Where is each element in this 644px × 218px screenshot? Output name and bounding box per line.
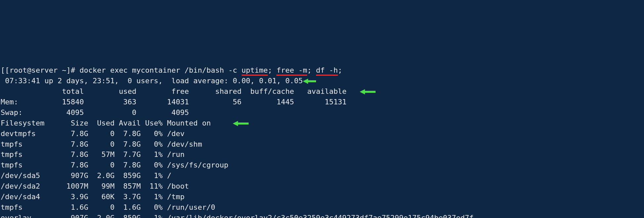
df-row: tmpfs 7.8G 0 7.8G 0% /dev/shm — [1, 140, 202, 148]
arrow-left-icon — [233, 120, 249, 127]
cmd-tail: ; — [338, 66, 342, 74]
cmd-sep: ; — [268, 66, 277, 74]
terminal-output: [[root@server ~]# docker exec mycontaine… — [0, 53, 644, 218]
arrow-left-icon — [303, 78, 316, 85]
cmd-free: free -m — [276, 66, 307, 76]
df-row: tmpfs 7.8G 57M 7.7G 1% /run — [1, 150, 184, 159]
arrow-left-icon — [360, 89, 376, 95]
shell-prompt[interactable]: [[root@server ~]# — [1, 66, 79, 74]
uptime-output: 07:33:41 up 2 days, 23:51, 0 users, load… — [1, 77, 303, 85]
df-header: Filesystem Size Used Avail Use% Mounted … — [1, 119, 211, 127]
df-row: tmpfs 7.8G 0 7.8G 0% /sys/fs/cgroup — [1, 161, 228, 169]
df-row: /dev/sda5 907G 2.0G 859G 1% / — [1, 171, 172, 180]
free-mem-row: Mem: 15840 363 14031 56 1445 15131 — [1, 98, 346, 106]
svg-marker-0 — [303, 79, 316, 84]
df-row: devtmpfs 7.8G 0 7.8G 0% /dev — [1, 129, 184, 138]
cmd-df: df -h — [316, 66, 338, 76]
df-row: /dev/sda2 1007M 99M 857M 11% /boot — [1, 182, 189, 190]
df-row: overlay 907G 2.0G 859G 1% /var/lib/docke… — [1, 214, 473, 218]
df-row: /dev/sda4 3.9G 60K 3.7G 1% /tmp — [1, 193, 184, 201]
free-swap-row: Swap: 4095 0 4095 — [1, 108, 189, 117]
cmd-uptime: uptime — [242, 66, 268, 76]
cmd-sep: ; — [307, 66, 316, 74]
free-header: total used free shared buff/cache availa… — [1, 87, 346, 95]
svg-marker-2 — [233, 121, 249, 126]
command-text: docker exec mycontainer /bin/bash -c — [79, 66, 241, 74]
svg-marker-1 — [360, 89, 376, 94]
df-row: tmpfs 1.6G 0 1.6G 0% /run/user/0 — [1, 203, 215, 211]
